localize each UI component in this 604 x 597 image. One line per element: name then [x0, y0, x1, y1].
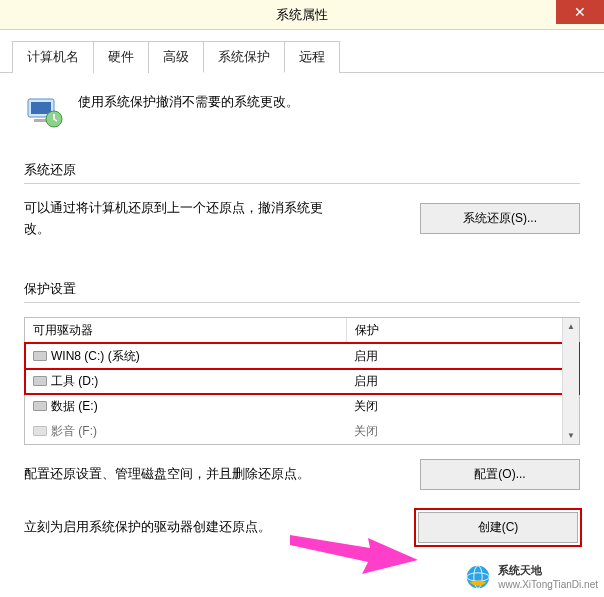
svg-rect-1	[31, 102, 51, 114]
drive-table-container: 可用驱动器 保护 WIN8 (C:) (系统) 启用 工具 (D:) 启用 数据…	[24, 317, 580, 445]
configure-row: 配置还原设置、管理磁盘空间，并且删除还原点。 配置(O)...	[24, 459, 580, 490]
tab-hardware[interactable]: 硬件	[93, 41, 149, 73]
table-row[interactable]: 影音 (F:) 关闭	[25, 419, 579, 444]
divider	[24, 183, 580, 184]
table-row[interactable]: 数据 (E:) 关闭	[25, 394, 579, 419]
col-drive[interactable]: 可用驱动器	[25, 318, 346, 344]
scrollbar[interactable]: ▲ ▼	[562, 318, 579, 444]
system-restore-button[interactable]: 系统还原(S)...	[420, 203, 580, 234]
drive-icon	[33, 426, 47, 436]
create-button[interactable]: 创建(C)	[418, 512, 578, 543]
watermark-globe-icon	[464, 563, 492, 591]
close-button[interactable]: ✕	[556, 0, 604, 24]
protection-heading: 保护设置	[24, 280, 580, 298]
scroll-up-icon[interactable]: ▲	[563, 318, 579, 335]
drive-icon	[33, 351, 47, 361]
create-description: 立刻为启用系统保护的驱动器创建还原点。	[24, 517, 271, 538]
watermark-name: 系统天地	[498, 563, 598, 577]
divider	[24, 302, 580, 303]
create-row: 立刻为启用系统保护的驱动器创建还原点。 创建(C)	[24, 510, 580, 545]
tab-remote[interactable]: 远程	[284, 41, 340, 73]
restore-heading: 系统还原	[24, 161, 580, 179]
drive-icon	[33, 401, 47, 411]
restore-row: 可以通过将计算机还原到上一个还原点，撤消系统更改。 系统还原(S)...	[24, 198, 580, 240]
window-title: 系统属性	[276, 6, 328, 24]
titlebar: 系统属性 ✕	[0, 0, 604, 30]
system-protection-icon	[24, 91, 64, 131]
table-row[interactable]: WIN8 (C:) (系统) 启用	[25, 343, 579, 369]
tab-content: 使用系统保护撤消不需要的系统更改。 系统还原 可以通过将计算机还原到上一个还原点…	[0, 73, 604, 575]
close-icon: ✕	[574, 4, 586, 20]
drive-icon	[33, 376, 47, 386]
configure-description: 配置还原设置、管理磁盘空间，并且删除还原点。	[24, 464, 310, 485]
configure-button[interactable]: 配置(O)...	[420, 459, 580, 490]
intro-row: 使用系统保护撤消不需要的系统更改。	[24, 91, 580, 131]
restore-description: 可以通过将计算机还原到上一个还原点，撤消系统更改。	[24, 198, 324, 240]
watermark-url: www.XiTongTianDi.net	[498, 578, 598, 591]
col-protection[interactable]: 保护	[346, 318, 578, 344]
tab-computer-name[interactable]: 计算机名	[12, 41, 94, 73]
table-row[interactable]: 工具 (D:) 启用	[25, 369, 579, 394]
tab-strip: 计算机名 硬件 高级 系统保护 远程	[0, 40, 604, 73]
tab-advanced[interactable]: 高级	[148, 41, 204, 73]
create-button-highlight: 创建(C)	[416, 510, 580, 545]
watermark: 系统天地 www.XiTongTianDi.net	[464, 563, 598, 591]
drive-table: 可用驱动器 保护 WIN8 (C:) (系统) 启用 工具 (D:) 启用 数据…	[25, 318, 579, 444]
scroll-down-icon[interactable]: ▼	[563, 427, 579, 444]
tab-system-protection[interactable]: 系统保护	[203, 41, 285, 73]
intro-text: 使用系统保护撤消不需要的系统更改。	[78, 91, 299, 111]
